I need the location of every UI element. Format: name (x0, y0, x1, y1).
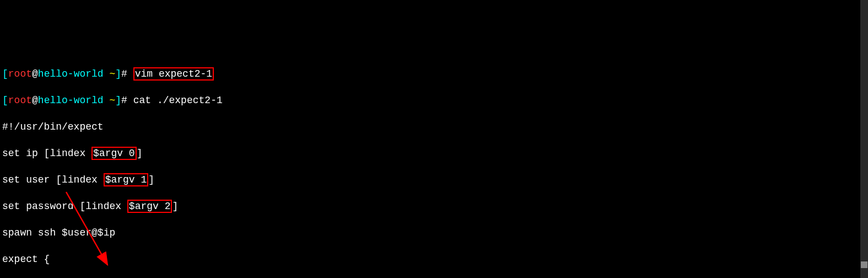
script-line-4: set password [lindex $argv 2] (2, 200, 866, 213)
bracket-close: ] (115, 95, 121, 106)
text: ] (148, 174, 154, 185)
text: set user [lindex (2, 174, 104, 185)
text: ] (172, 201, 178, 212)
bracket-open: [ (2, 68, 8, 79)
script-line-2: set ip [lindex $argv 0] (2, 147, 866, 160)
at-sign: @ (32, 95, 38, 106)
script-line-3: set user [lindex $argv 1] (2, 173, 866, 186)
terminal-window[interactable]: [root@hello-world ~]# vim expect2-1 [roo… (0, 53, 868, 278)
argv-1-highlight: $argv 1 (104, 173, 149, 186)
scrollbar-thumb[interactable] (861, 261, 867, 268)
text: ] (137, 148, 143, 159)
bracket-close: ] (115, 68, 121, 79)
user: root (8, 68, 32, 79)
command-vim: vim expect2-1 (133, 67, 214, 81)
user: root (8, 95, 32, 106)
argv-2-highlight: $argv 2 (127, 200, 172, 213)
command-cat: cat ./expect2-1 (133, 95, 223, 106)
script-line-6: expect { (2, 253, 866, 266)
scrollbar-vertical[interactable] (860, 0, 868, 278)
text: set password [lindex (2, 201, 127, 212)
hostname: hello-world (38, 95, 104, 106)
hostname: hello-world (38, 68, 104, 79)
at-sign: @ (32, 68, 38, 79)
bracket-open: [ (2, 95, 8, 106)
prompt-line-1: [root@hello-world ~]# vim expect2-1 (2, 67, 866, 81)
argv-0-highlight: $argv 0 (91, 147, 137, 160)
cwd-path: ~ (104, 68, 116, 79)
prompt-line-2: [root@hello-world ~]# cat ./expect2-1 (2, 94, 866, 107)
text: set ip [lindex (2, 148, 91, 159)
script-line-5: spawn ssh $user@$ip (2, 226, 866, 239)
prompt-symbol: # (121, 95, 133, 106)
script-line-1: #!/usr/bin/expect (2, 120, 866, 133)
prompt-symbol: # (121, 68, 133, 79)
cwd-path: ~ (104, 95, 116, 106)
